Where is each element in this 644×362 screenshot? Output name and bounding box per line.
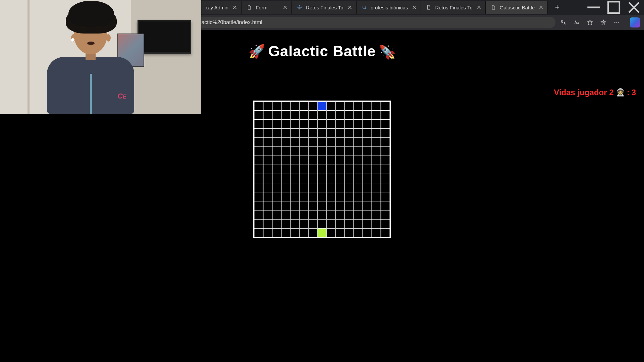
grid-cell[interactable] [318,183,327,192]
grid-cell[interactable] [381,183,390,192]
grid-cell[interactable] [327,120,336,129]
grid-cell[interactable] [290,174,300,183]
grid-cell[interactable] [290,129,300,138]
grid-cell[interactable] [372,102,381,111]
grid-cell[interactable] [290,192,300,201]
grid-cell[interactable] [254,129,263,138]
browser-tab[interactable]: Retos Finales To [421,1,485,14]
grid-cell[interactable] [254,111,263,120]
grid-cell[interactable] [300,147,309,156]
grid-cell[interactable] [381,129,390,138]
grid-cell[interactable] [363,147,372,156]
grid-cell[interactable] [263,174,272,183]
grid-cell[interactable] [318,120,327,129]
grid-cell[interactable] [372,228,381,237]
grid-cell[interactable] [345,156,354,165]
grid-cell[interactable] [281,138,290,147]
grid-cell[interactable] [300,102,309,111]
grid-cell[interactable] [300,228,309,237]
grid-cell[interactable] [363,219,372,228]
tab-close-button[interactable] [538,4,544,10]
grid-cell[interactable] [336,156,345,165]
grid-cell[interactable] [300,138,309,147]
grid-cell[interactable] [309,201,318,210]
player-green-cell[interactable] [318,228,327,237]
grid-cell[interactable] [272,138,281,147]
grid-cell[interactable] [336,228,345,237]
grid-cell[interactable] [318,192,327,201]
grid-cell[interactable] [372,219,381,228]
grid-cell[interactable] [290,183,300,192]
grid-cell[interactable] [354,174,363,183]
grid-cell[interactable] [318,201,327,210]
grid-cell[interactable] [300,183,309,192]
grid-cell[interactable] [281,129,290,138]
grid-cell[interactable] [336,147,345,156]
grid-cell[interactable] [336,201,345,210]
grid-cell[interactable] [318,174,327,183]
grid-cell[interactable] [290,102,300,111]
grid-cell[interactable] [363,102,372,111]
grid-cell[interactable] [318,111,327,120]
grid-cell[interactable] [300,174,309,183]
grid-cell[interactable] [327,165,336,174]
grid-cell[interactable] [381,228,390,237]
grid-cell[interactable] [254,174,263,183]
grid-cell[interactable] [381,174,390,183]
grid-cell[interactable] [336,102,345,111]
grid-cell[interactable] [300,156,309,165]
grid-cell[interactable] [354,165,363,174]
grid-cell[interactable] [290,138,300,147]
grid-cell[interactable] [281,228,290,237]
grid-cell[interactable] [290,201,300,210]
grid-cell[interactable] [381,138,390,147]
grid-cell[interactable] [354,138,363,147]
tab-close-button[interactable] [282,4,288,10]
grid-cell[interactable] [318,138,327,147]
grid-cell[interactable] [327,183,336,192]
grid-cell[interactable] [327,210,336,219]
grid-cell[interactable] [345,192,354,201]
grid-cell[interactable] [272,102,281,111]
address-bar[interactable]: alactic%20battle/index.html [191,17,555,28]
grid-cell[interactable] [345,120,354,129]
grid-cell[interactable] [272,201,281,210]
grid-cell[interactable] [254,183,263,192]
grid-cell[interactable] [272,165,281,174]
grid-cell[interactable] [263,102,272,111]
new-tab-button[interactable]: + [551,1,563,13]
grid-cell[interactable] [327,129,336,138]
grid-cell[interactable] [336,174,345,183]
grid-cell[interactable] [309,219,318,228]
grid-cell[interactable] [336,210,345,219]
grid-cell[interactable] [363,138,372,147]
grid-cell[interactable] [300,210,309,219]
grid-cell[interactable] [272,192,281,201]
grid-cell[interactable] [263,183,272,192]
grid-cell[interactable] [354,201,363,210]
grid-cell[interactable] [254,228,263,237]
grid-cell[interactable] [354,210,363,219]
grid-cell[interactable] [354,120,363,129]
grid-cell[interactable] [363,129,372,138]
grid-cell[interactable] [254,210,263,219]
grid-cell[interactable] [345,129,354,138]
grid-cell[interactable] [381,147,390,156]
grid-cell[interactable] [309,228,318,237]
browser-tab[interactable]: prótesis biónicas [357,1,421,14]
tab-close-button[interactable] [411,4,417,10]
grid-cell[interactable] [345,111,354,120]
grid-cell[interactable] [309,129,318,138]
grid-cell[interactable] [290,147,300,156]
grid-cell[interactable] [263,192,272,201]
grid-cell[interactable] [272,111,281,120]
grid-cell[interactable] [372,183,381,192]
grid-cell[interactable] [318,165,327,174]
grid-cell[interactable] [336,111,345,120]
grid-cell[interactable] [263,210,272,219]
grid-cell[interactable] [318,156,327,165]
grid-cell[interactable] [272,228,281,237]
grid-cell[interactable] [327,147,336,156]
grid-cell[interactable] [363,210,372,219]
grid-cell[interactable] [354,219,363,228]
